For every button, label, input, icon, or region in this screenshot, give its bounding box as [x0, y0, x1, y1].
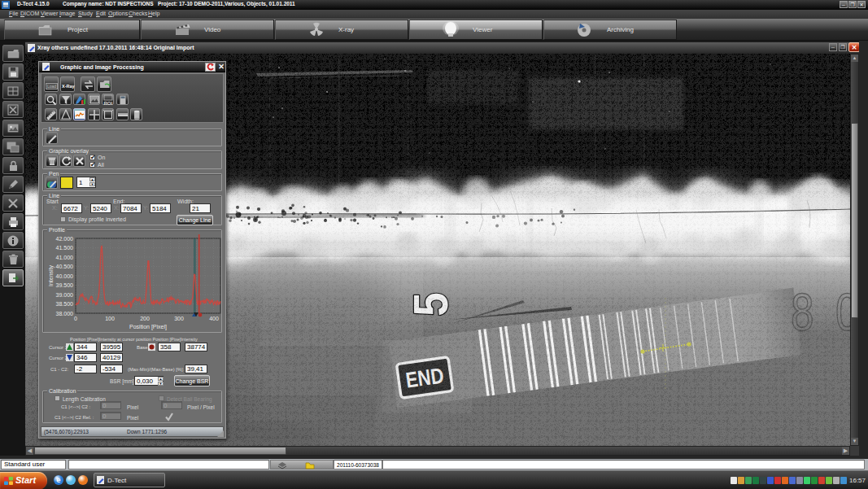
- svg-text:40.500: 40.500: [56, 264, 74, 269]
- svg-text:Position [Pixel]: Position [Pixel]: [129, 324, 167, 330]
- svg-text:100: 100: [105, 316, 115, 321]
- svg-text:42.000: 42.000: [56, 236, 74, 242]
- svg-text:39.000: 39.000: [56, 292, 74, 298]
- svg-text:200: 200: [140, 316, 150, 321]
- svg-text:39.500: 39.500: [56, 282, 74, 288]
- svg-text:0: 0: [74, 316, 77, 321]
- svg-text:41.000: 41.000: [56, 255, 74, 260]
- svg-text:400: 400: [209, 316, 219, 321]
- svg-text:ROI: ROI: [104, 101, 113, 106]
- svg-text:38.500: 38.500: [56, 301, 74, 307]
- svg-text:38.000: 38.000: [56, 311, 74, 317]
- svg-text:300: 300: [174, 316, 184, 321]
- svg-text:40.000: 40.000: [56, 273, 74, 279]
- svg-text:41.500: 41.500: [56, 245, 74, 251]
- svg-text:Intensity: Intensity: [48, 264, 55, 286]
